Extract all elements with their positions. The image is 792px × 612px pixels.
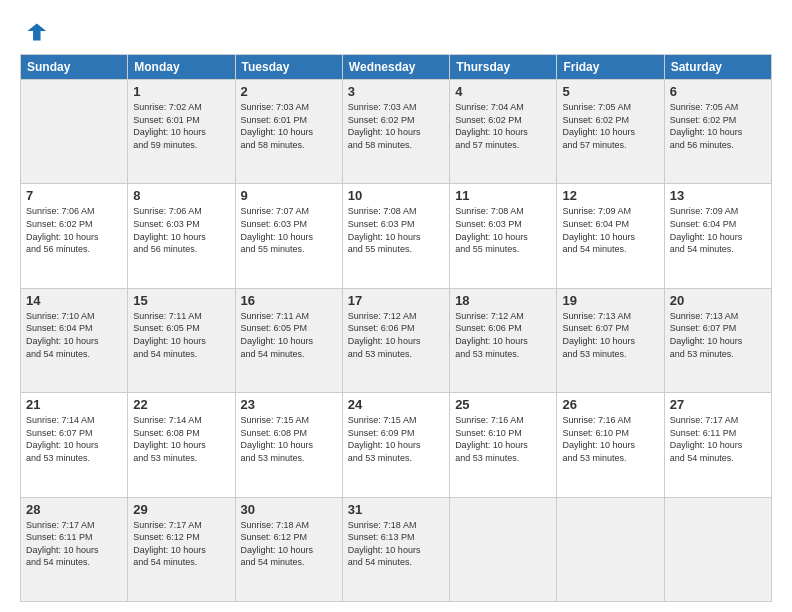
day-number: 10 [348, 188, 444, 203]
calendar-cell: 20Sunrise: 7:13 AMSunset: 6:07 PMDayligh… [664, 288, 771, 392]
day-info: Sunrise: 7:05 AMSunset: 6:02 PMDaylight:… [562, 101, 658, 151]
calendar-cell: 22Sunrise: 7:14 AMSunset: 6:08 PMDayligh… [128, 393, 235, 497]
day-number: 31 [348, 502, 444, 517]
calendar-cell [664, 497, 771, 601]
calendar-cell: 6Sunrise: 7:05 AMSunset: 6:02 PMDaylight… [664, 80, 771, 184]
day-number: 14 [26, 293, 122, 308]
calendar-cell: 10Sunrise: 7:08 AMSunset: 6:03 PMDayligh… [342, 184, 449, 288]
day-number: 20 [670, 293, 766, 308]
day-number: 11 [455, 188, 551, 203]
weekday-header-tuesday: Tuesday [235, 55, 342, 80]
logo-icon [20, 18, 48, 46]
calendar-cell: 7Sunrise: 7:06 AMSunset: 6:02 PMDaylight… [21, 184, 128, 288]
day-info: Sunrise: 7:03 AMSunset: 6:01 PMDaylight:… [241, 101, 337, 151]
weekday-header-friday: Friday [557, 55, 664, 80]
calendar-cell: 21Sunrise: 7:14 AMSunset: 6:07 PMDayligh… [21, 393, 128, 497]
day-number: 12 [562, 188, 658, 203]
calendar-cell: 18Sunrise: 7:12 AMSunset: 6:06 PMDayligh… [450, 288, 557, 392]
day-number: 16 [241, 293, 337, 308]
calendar-cell: 30Sunrise: 7:18 AMSunset: 6:12 PMDayligh… [235, 497, 342, 601]
calendar-cell: 3Sunrise: 7:03 AMSunset: 6:02 PMDaylight… [342, 80, 449, 184]
weekday-header-sunday: Sunday [21, 55, 128, 80]
day-info: Sunrise: 7:05 AMSunset: 6:02 PMDaylight:… [670, 101, 766, 151]
day-info: Sunrise: 7:15 AMSunset: 6:09 PMDaylight:… [348, 414, 444, 464]
day-info: Sunrise: 7:17 AMSunset: 6:11 PMDaylight:… [670, 414, 766, 464]
calendar-cell: 11Sunrise: 7:08 AMSunset: 6:03 PMDayligh… [450, 184, 557, 288]
day-number: 17 [348, 293, 444, 308]
calendar-cell: 15Sunrise: 7:11 AMSunset: 6:05 PMDayligh… [128, 288, 235, 392]
calendar-cell: 8Sunrise: 7:06 AMSunset: 6:03 PMDaylight… [128, 184, 235, 288]
day-info: Sunrise: 7:11 AMSunset: 6:05 PMDaylight:… [241, 310, 337, 360]
calendar-cell: 12Sunrise: 7:09 AMSunset: 6:04 PMDayligh… [557, 184, 664, 288]
weekday-header-thursday: Thursday [450, 55, 557, 80]
calendar-cell: 31Sunrise: 7:18 AMSunset: 6:13 PMDayligh… [342, 497, 449, 601]
weekday-header-saturday: Saturday [664, 55, 771, 80]
day-info: Sunrise: 7:11 AMSunset: 6:05 PMDaylight:… [133, 310, 229, 360]
day-info: Sunrise: 7:09 AMSunset: 6:04 PMDaylight:… [562, 205, 658, 255]
day-number: 24 [348, 397, 444, 412]
calendar-cell: 14Sunrise: 7:10 AMSunset: 6:04 PMDayligh… [21, 288, 128, 392]
calendar-cell: 5Sunrise: 7:05 AMSunset: 6:02 PMDaylight… [557, 80, 664, 184]
calendar-cell: 26Sunrise: 7:16 AMSunset: 6:10 PMDayligh… [557, 393, 664, 497]
day-info: Sunrise: 7:07 AMSunset: 6:03 PMDaylight:… [241, 205, 337, 255]
day-number: 19 [562, 293, 658, 308]
calendar-cell: 23Sunrise: 7:15 AMSunset: 6:08 PMDayligh… [235, 393, 342, 497]
calendar-cell: 2Sunrise: 7:03 AMSunset: 6:01 PMDaylight… [235, 80, 342, 184]
page: SundayMondayTuesdayWednesdayThursdayFrid… [0, 0, 792, 612]
day-number: 9 [241, 188, 337, 203]
calendar-cell: 1Sunrise: 7:02 AMSunset: 6:01 PMDaylight… [128, 80, 235, 184]
day-number: 7 [26, 188, 122, 203]
day-number: 30 [241, 502, 337, 517]
calendar-cell: 28Sunrise: 7:17 AMSunset: 6:11 PMDayligh… [21, 497, 128, 601]
day-info: Sunrise: 7:12 AMSunset: 6:06 PMDaylight:… [455, 310, 551, 360]
calendar-cell [557, 497, 664, 601]
day-number: 21 [26, 397, 122, 412]
calendar-cell: 19Sunrise: 7:13 AMSunset: 6:07 PMDayligh… [557, 288, 664, 392]
calendar-week-row: 28Sunrise: 7:17 AMSunset: 6:11 PMDayligh… [21, 497, 772, 601]
day-number: 28 [26, 502, 122, 517]
calendar-cell: 27Sunrise: 7:17 AMSunset: 6:11 PMDayligh… [664, 393, 771, 497]
day-number: 3 [348, 84, 444, 99]
day-number: 25 [455, 397, 551, 412]
calendar-cell [450, 497, 557, 601]
day-number: 1 [133, 84, 229, 99]
day-info: Sunrise: 7:10 AMSunset: 6:04 PMDaylight:… [26, 310, 122, 360]
day-info: Sunrise: 7:17 AMSunset: 6:12 PMDaylight:… [133, 519, 229, 569]
day-number: 18 [455, 293, 551, 308]
calendar-cell: 16Sunrise: 7:11 AMSunset: 6:05 PMDayligh… [235, 288, 342, 392]
day-info: Sunrise: 7:08 AMSunset: 6:03 PMDaylight:… [455, 205, 551, 255]
day-info: Sunrise: 7:13 AMSunset: 6:07 PMDaylight:… [562, 310, 658, 360]
calendar-cell: 24Sunrise: 7:15 AMSunset: 6:09 PMDayligh… [342, 393, 449, 497]
calendar-week-row: 14Sunrise: 7:10 AMSunset: 6:04 PMDayligh… [21, 288, 772, 392]
calendar-cell: 13Sunrise: 7:09 AMSunset: 6:04 PMDayligh… [664, 184, 771, 288]
day-info: Sunrise: 7:09 AMSunset: 6:04 PMDaylight:… [670, 205, 766, 255]
day-info: Sunrise: 7:08 AMSunset: 6:03 PMDaylight:… [348, 205, 444, 255]
header [20, 18, 772, 46]
day-number: 23 [241, 397, 337, 412]
day-info: Sunrise: 7:06 AMSunset: 6:02 PMDaylight:… [26, 205, 122, 255]
day-number: 13 [670, 188, 766, 203]
calendar-week-row: 7Sunrise: 7:06 AMSunset: 6:02 PMDaylight… [21, 184, 772, 288]
day-number: 29 [133, 502, 229, 517]
calendar-cell: 17Sunrise: 7:12 AMSunset: 6:06 PMDayligh… [342, 288, 449, 392]
day-info: Sunrise: 7:12 AMSunset: 6:06 PMDaylight:… [348, 310, 444, 360]
calendar-cell: 29Sunrise: 7:17 AMSunset: 6:12 PMDayligh… [128, 497, 235, 601]
day-number: 8 [133, 188, 229, 203]
day-info: Sunrise: 7:17 AMSunset: 6:11 PMDaylight:… [26, 519, 122, 569]
day-number: 15 [133, 293, 229, 308]
day-info: Sunrise: 7:15 AMSunset: 6:08 PMDaylight:… [241, 414, 337, 464]
day-info: Sunrise: 7:18 AMSunset: 6:12 PMDaylight:… [241, 519, 337, 569]
day-info: Sunrise: 7:16 AMSunset: 6:10 PMDaylight:… [562, 414, 658, 464]
calendar-week-row: 21Sunrise: 7:14 AMSunset: 6:07 PMDayligh… [21, 393, 772, 497]
day-info: Sunrise: 7:14 AMSunset: 6:08 PMDaylight:… [133, 414, 229, 464]
day-number: 22 [133, 397, 229, 412]
day-number: 5 [562, 84, 658, 99]
calendar-cell: 9Sunrise: 7:07 AMSunset: 6:03 PMDaylight… [235, 184, 342, 288]
calendar-cell: 25Sunrise: 7:16 AMSunset: 6:10 PMDayligh… [450, 393, 557, 497]
day-info: Sunrise: 7:03 AMSunset: 6:02 PMDaylight:… [348, 101, 444, 151]
day-number: 2 [241, 84, 337, 99]
day-number: 4 [455, 84, 551, 99]
calendar-cell: 4Sunrise: 7:04 AMSunset: 6:02 PMDaylight… [450, 80, 557, 184]
day-info: Sunrise: 7:14 AMSunset: 6:07 PMDaylight:… [26, 414, 122, 464]
weekday-header-monday: Monday [128, 55, 235, 80]
